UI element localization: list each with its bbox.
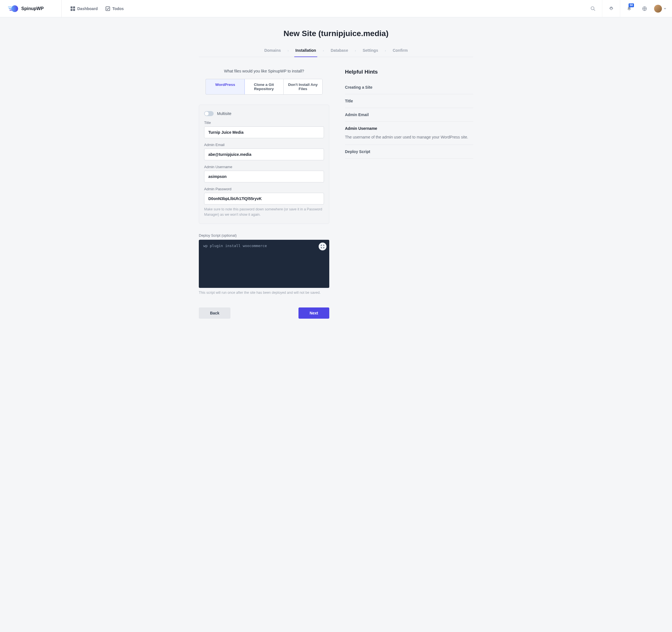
nav-dashboard-label: Dashboard bbox=[77, 6, 98, 11]
install-type-segment: WordPress Clone a Git Repository Don't I… bbox=[206, 79, 322, 95]
seg-git[interactable]: Clone a Git Repository bbox=[244, 79, 283, 94]
chevron-right-icon: › bbox=[288, 49, 289, 56]
hint-admin-username-label: Admin Username bbox=[345, 126, 377, 131]
chevron-right-icon: › bbox=[355, 49, 356, 56]
globe-icon bbox=[642, 6, 647, 11]
svg-point-9 bbox=[591, 6, 594, 9]
multisite-toggle[interactable] bbox=[204, 111, 214, 116]
install-prompt: What files would you like SpinupWP to in… bbox=[199, 69, 329, 73]
svg-rect-2 bbox=[9, 8, 12, 9]
helpful-hints-panel: Helpful Hints Creating a Site Title Admi… bbox=[345, 69, 473, 159]
password-hint: Make sure to note this password down som… bbox=[204, 207, 324, 218]
deploy-placeholder: wp plugin install woocommerce bbox=[203, 244, 267, 248]
step-database[interactable]: Database bbox=[330, 48, 349, 57]
expand-button[interactable] bbox=[319, 243, 327, 250]
svg-rect-7 bbox=[73, 9, 75, 11]
deploy-script-label: Deploy Script (optional) bbox=[199, 233, 329, 237]
seg-wordpress[interactable]: WordPress bbox=[206, 79, 245, 95]
primary-nav: Dashboard Todos bbox=[62, 0, 133, 17]
wordpress-form-card: Multisite Title Admin Email Admin Userna… bbox=[199, 105, 329, 224]
user-menu[interactable] bbox=[651, 5, 672, 12]
admin-email-label: Admin Email bbox=[204, 143, 324, 147]
topbar-actions: 50 bbox=[584, 0, 672, 17]
search-button[interactable] bbox=[584, 0, 602, 17]
chevron-right-icon: › bbox=[323, 49, 324, 56]
deploy-script-editor[interactable]: wp plugin install woocommerce bbox=[199, 240, 329, 288]
hint-admin-username-body: The username of the admin user used to m… bbox=[345, 134, 473, 140]
title-label: Title bbox=[204, 121, 324, 125]
help-button[interactable] bbox=[638, 0, 651, 17]
nav-todos[interactable]: Todos bbox=[105, 6, 124, 11]
hint-admin-username[interactable]: Admin Username The username of the admin… bbox=[345, 122, 473, 145]
hint-creating-site[interactable]: Creating a Site bbox=[345, 81, 473, 94]
next-button[interactable]: Next bbox=[298, 307, 329, 319]
admin-password-label: Admin Password bbox=[204, 187, 324, 191]
svg-point-11 bbox=[610, 8, 612, 9]
svg-rect-6 bbox=[71, 9, 73, 11]
admin-email-input[interactable] bbox=[204, 149, 324, 160]
gear-icon bbox=[609, 6, 614, 11]
todos-icon bbox=[105, 6, 110, 11]
chevron-down-icon bbox=[664, 7, 666, 10]
back-button[interactable]: Back bbox=[199, 307, 231, 319]
page-title: New Site (turnipjuice.media) bbox=[199, 29, 473, 38]
multisite-label: Multisite bbox=[217, 111, 231, 116]
topbar: SpinupWP Dashboard Todos 50 bbox=[0, 0, 672, 17]
svg-point-0 bbox=[11, 5, 18, 12]
dashboard-icon bbox=[71, 6, 75, 11]
svg-rect-5 bbox=[73, 6, 75, 8]
notifications-button[interactable]: 50 bbox=[620, 0, 638, 17]
admin-password-input[interactable] bbox=[204, 193, 324, 204]
hints-title: Helpful Hints bbox=[345, 69, 473, 75]
brand-name: SpinupWP bbox=[21, 6, 44, 11]
wizard-steps: Domains › Installation › Database › Sett… bbox=[199, 48, 473, 57]
step-installation[interactable]: Installation bbox=[294, 48, 317, 57]
svg-rect-1 bbox=[8, 6, 11, 7]
nav-dashboard[interactable]: Dashboard bbox=[71, 6, 98, 11]
step-confirm[interactable]: Confirm bbox=[391, 48, 409, 57]
brand-logo-icon bbox=[8, 5, 19, 12]
svg-rect-8 bbox=[106, 7, 110, 10]
avatar bbox=[654, 5, 662, 12]
title-input[interactable] bbox=[204, 126, 324, 138]
svg-rect-4 bbox=[71, 6, 73, 8]
admin-username-label: Admin Username bbox=[204, 165, 324, 169]
settings-button[interactable] bbox=[602, 0, 620, 17]
hint-title[interactable]: Title bbox=[345, 94, 473, 108]
deploy-hint: This script will run once after the site… bbox=[199, 291, 329, 295]
expand-icon bbox=[320, 245, 325, 248]
hint-admin-email[interactable]: Admin Email bbox=[345, 108, 473, 122]
search-icon bbox=[591, 6, 596, 11]
chevron-right-icon: › bbox=[385, 49, 386, 56]
admin-username-input[interactable] bbox=[204, 171, 324, 182]
hint-deploy-script[interactable]: Deploy Script bbox=[345, 145, 473, 159]
step-domains[interactable]: Domains bbox=[263, 48, 282, 57]
svg-rect-3 bbox=[9, 9, 12, 10]
notification-badge: 50 bbox=[629, 3, 634, 7]
brand[interactable]: SpinupWP bbox=[0, 0, 62, 17]
nav-todos-label: Todos bbox=[112, 6, 124, 11]
step-settings[interactable]: Settings bbox=[361, 48, 379, 57]
seg-none[interactable]: Don't Install Any Files bbox=[284, 79, 322, 94]
